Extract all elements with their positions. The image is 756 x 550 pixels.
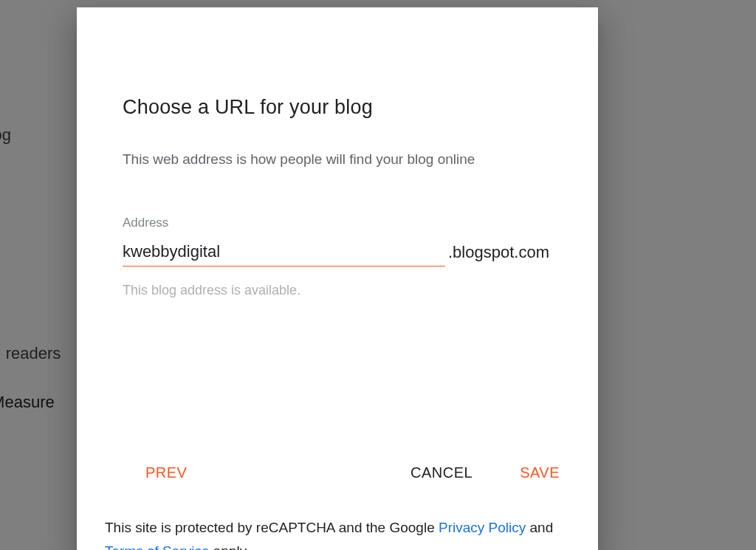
privacy-policy-link[interactable]: Privacy Policy [439,520,526,535]
prev-button[interactable]: PREV [145,464,187,481]
address-field-section: Address .blogspot.com This blog address … [123,216,552,298]
choose-url-dialog: Choose a URL for your blog This web addr… [77,7,598,550]
recaptcha-suffix: apply. [209,543,250,550]
recaptcha-notice: This site is protected by reCAPTCHA and … [105,516,560,550]
dialog-subtitle: This web address is how people will find… [123,151,598,168]
address-input[interactable] [123,242,445,267]
dialog-button-row: PREV CANCEL SAVE [145,464,560,481]
cancel-button[interactable]: CANCEL [410,464,472,481]
recaptcha-middle: and [526,520,553,535]
address-input-row: .blogspot.com [123,242,552,267]
recaptcha-prefix: This site is protected by reCAPTCHA and … [105,520,439,535]
terms-of-service-link[interactable]: Terms of Service [105,543,209,550]
dialog-title: Choose a URL for your blog [123,96,598,119]
domain-suffix: .blogspot.com [445,243,552,267]
address-label: Address [123,216,552,230]
availability-message: This blog address is available. [123,283,552,298]
save-button[interactable]: SAVE [520,464,560,481]
dialog-content: Choose a URL for your blog This web addr… [77,96,598,550]
